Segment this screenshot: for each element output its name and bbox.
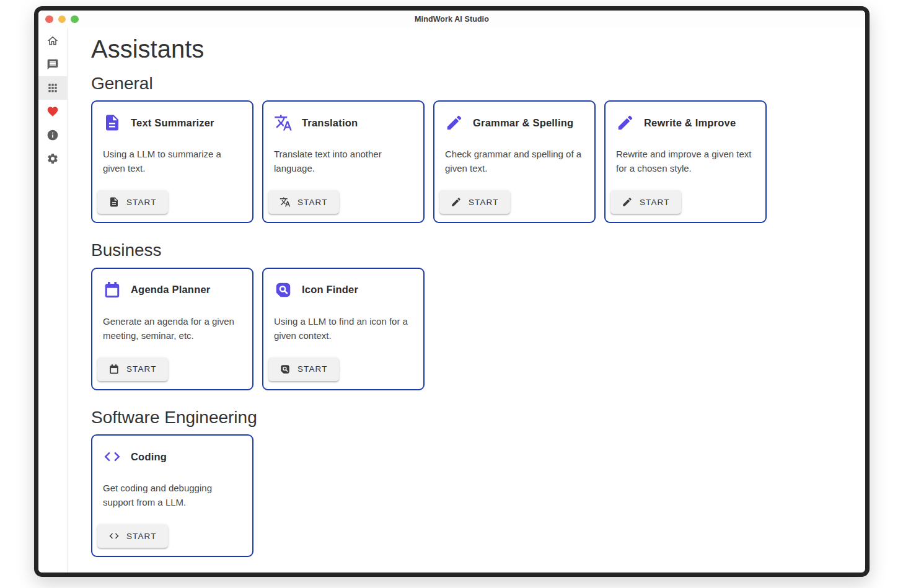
card-title: Text Summarizer [131, 117, 214, 129]
card-header: Rewrite & Improve [616, 113, 755, 132]
chat-icon [46, 58, 59, 71]
card-description: Check grammar and spelling of a given te… [445, 147, 584, 176]
gear-icon [46, 152, 59, 165]
pencil-icon [622, 196, 633, 208]
card-header: Grammar & Spelling [445, 113, 584, 132]
apps-grid-icon [46, 82, 59, 94]
home-icon [46, 35, 59, 47]
card-header: Translation [274, 113, 413, 132]
close-window-button[interactable] [45, 15, 53, 24]
section-title-business: Business [91, 239, 853, 261]
icon-search-icon [280, 364, 291, 375]
icon-search-icon [274, 281, 293, 299]
start-button-coding[interactable]: START [97, 524, 168, 548]
card-title: Rewrite & Improve [644, 117, 736, 129]
sidebar [38, 28, 68, 573]
pencil-icon [445, 113, 464, 132]
card-description: Using a LLM to summarize a given text. [103, 147, 242, 176]
sidebar-item-supporters[interactable] [38, 100, 67, 123]
card-header: Text Summarizer [103, 113, 242, 132]
sidebar-item-settings[interactable] [38, 147, 67, 170]
translate-icon [274, 113, 293, 132]
start-button-label: START [126, 198, 157, 207]
pencil-icon [451, 196, 462, 208]
app-body: Assistants General Text Summarizer Using… [38, 28, 865, 573]
start-button-icon-finder[interactable]: START [268, 358, 339, 381]
card-header: Icon Finder [274, 281, 413, 299]
section-title-software-engineering: Software Engineering [91, 406, 853, 429]
cards-row-business: Agenda Planner Generate an agenda for a … [91, 268, 853, 390]
card-description: Generate an agenda for a given meeting, … [103, 315, 242, 343]
translate-icon [280, 196, 291, 208]
pencil-icon [616, 113, 635, 132]
page-title: Assistants [91, 35, 853, 63]
card-description: Using a LLM to find an icon for a given … [274, 315, 413, 343]
traffic-lights [45, 11, 79, 28]
card-header: Agenda Planner [103, 281, 242, 299]
card-title: Grammar & Spelling [473, 117, 573, 129]
card-header: Coding [103, 447, 242, 466]
card-title: Agenda Planner [131, 284, 210, 296]
cards-row-software-engineering: Coding Get coding and debugging support … [91, 434, 853, 557]
assistant-card-coding: Coding Get coding and debugging support … [91, 434, 253, 557]
card-title: Coding [131, 451, 167, 463]
card-description: Get coding and debugging support from a … [103, 481, 242, 510]
zoom-window-button[interactable] [71, 15, 79, 24]
card-title: Translation [302, 117, 358, 129]
code-icon [108, 530, 120, 542]
app-window: MindWork AI Studio Assistants [34, 6, 870, 577]
sidebar-item-chats[interactable] [38, 53, 67, 76]
sidebar-item-about[interactable] [38, 123, 67, 147]
start-button-label: START [297, 198, 328, 207]
start-button-label: START [640, 198, 670, 207]
assistant-card-translation: Translation Translate text into another … [262, 100, 425, 223]
start-button-rewrite-improve[interactable]: START [610, 190, 681, 214]
code-icon [103, 447, 121, 466]
heart-icon [46, 105, 59, 118]
start-button-agenda-planner[interactable]: START [97, 358, 168, 381]
main-content: Assistants General Text Summarizer Using… [68, 28, 865, 573]
sidebar-item-assistants[interactable] [38, 76, 67, 100]
assistant-card-agenda-planner: Agenda Planner Generate an agenda for a … [91, 268, 253, 390]
document-icon [108, 196, 120, 208]
window-title: MindWork AI Studio [415, 15, 489, 24]
card-description: Rewrite and improve a given text for a c… [616, 147, 755, 176]
calendar-icon [103, 281, 121, 299]
start-button-label: START [297, 364, 328, 374]
assistant-card-rewrite-improve: Rewrite & Improve Rewrite and improve a … [604, 100, 767, 223]
start-button-label: START [469, 198, 499, 207]
assistant-card-icon-finder: Icon Finder Using a LLM to find an icon … [262, 268, 425, 390]
start-button-translation[interactable]: START [268, 190, 339, 214]
document-icon [103, 113, 121, 132]
card-description: Translate text into another language. [274, 147, 413, 176]
minimize-window-button[interactable] [58, 15, 66, 24]
start-button-text-summarizer[interactable]: START [97, 190, 168, 214]
assistant-card-grammar-spelling: Grammar & Spelling Check grammar and spe… [433, 100, 596, 223]
cards-row-general: Text Summarizer Using a LLM to summarize… [91, 100, 853, 223]
start-button-label: START [126, 364, 157, 374]
start-button-label: START [126, 532, 157, 541]
sidebar-item-home[interactable] [38, 29, 67, 53]
card-title: Icon Finder [302, 284, 358, 296]
assistant-card-text-summarizer: Text Summarizer Using a LLM to summarize… [91, 100, 253, 223]
title-bar: MindWork AI Studio [38, 11, 865, 28]
calendar-icon [108, 364, 120, 375]
section-title-general: General [91, 72, 853, 95]
start-button-grammar-spelling[interactable]: START [439, 190, 510, 214]
info-icon [46, 129, 59, 141]
